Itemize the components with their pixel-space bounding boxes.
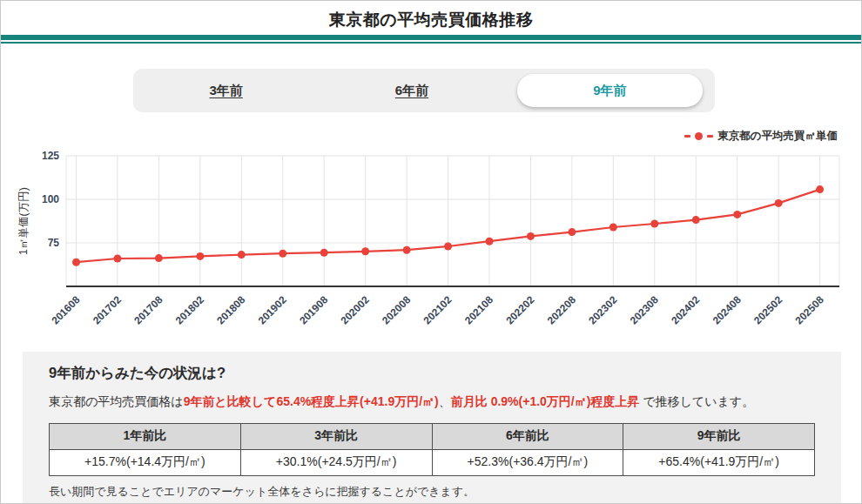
summary-highlight-9y: 9年前と比較して65.4%程度上昇(+41.9万円/㎡) [184,394,439,408]
x-tick-label: 202502 [751,293,785,326]
x-tick-label: 202202 [503,293,536,326]
summary-section: 9年前からみた今の状況は? 東京都の平均売買価格は9年前と比較して65.4%程度… [23,352,841,504]
x-tick-label: 201902 [256,293,289,326]
col-9year-value: +65.4%(+41.9万円/㎡) [623,449,815,475]
x-tick-label: 202508 [793,293,826,326]
divider-thin [1,42,861,44]
price-point [403,246,411,254]
tab-6years-ago[interactable]: 6年前 [319,69,504,112]
summary-note: 長い期間で見ることでエリアのマーケット全体をさらに把握することができます。 [49,484,815,500]
comparison-table: 1年前比 3年前比 6年前比 9年前比 +15.7%(+14.4万円/㎡) +3… [49,423,815,476]
price-point [196,252,204,260]
x-tick-label: 202108 [462,293,495,326]
price-point [816,185,824,193]
col-1year-header: 1年前比 [50,423,241,449]
y-axis-label: 1㎡単価(万円) [17,187,30,255]
price-point [444,243,452,251]
x-tick-label: 201608 [49,293,82,326]
price-point [238,251,246,259]
x-tick-label: 202308 [628,293,661,326]
period-tabbar: 3年前 6年前 9年前 [133,69,715,112]
price-point [568,228,576,236]
page: 東京都の平均売買価格推移 3年前 6年前 9年前 東京都の平均売買㎡単価 751… [0,0,862,504]
col-1year-value: +15.7%(+14.4万円/㎡) [50,449,241,475]
col-3year-value: +30.1%(+24.5万円/㎡) [240,449,432,475]
price-point [279,250,286,258]
price-point [155,254,163,262]
x-tick-label: 202002 [339,293,372,326]
price-point [692,216,700,224]
comparison-value-row: +15.7%(+14.4万円/㎡) +30.1%(+24.5万円/㎡) +52.… [50,449,815,475]
comparison-header-row: 1年前比 3年前比 6年前比 9年前比 [50,423,815,449]
x-tick-label: 201802 [173,293,206,326]
x-tick-label: 201908 [297,293,330,326]
price-point [609,224,617,232]
y-tick-label: 125 [42,150,59,162]
price-point [113,255,121,263]
x-tick-label: 201702 [91,293,124,326]
x-tick-label: 201808 [214,293,247,326]
divider-thick [1,35,861,40]
price-point [650,220,658,228]
y-tick-label: 100 [42,193,59,205]
tab-3years-ago[interactable]: 3年前 [133,69,319,112]
col-9year-header: 9年前比 [623,423,815,449]
x-tick-label: 202302 [586,293,619,326]
col-6year-header: 6年前比 [432,423,623,449]
tab-6years-ago-label: 6年前 [395,83,428,99]
price-point [733,211,741,218]
tab-9years-ago[interactable]: 9年前 [517,74,703,107]
price-point [486,238,494,245]
x-tick-label: 201708 [131,293,165,326]
x-tick-label: 202008 [380,293,413,326]
tab-9years-ago-label: 9年前 [593,83,626,99]
price-point [361,247,369,255]
col-6year-value: +52.3%(+36.4万円/㎡) [432,449,623,475]
x-tick-label: 202408 [710,293,744,326]
price-point [527,232,535,240]
summary-heading: 9年前からみた今の状況は? [49,364,815,383]
page-title: 東京都の平均売買価格推移 [1,9,861,31]
tab-3years-ago-label: 3年前 [209,83,242,99]
x-tick-label: 202402 [669,293,702,326]
col-3year-header: 3年前比 [240,423,432,449]
price-trend-chart: 7510012520160820170220170820180220180820… [1,123,862,332]
price-point [320,249,328,257]
x-tick-label: 202208 [545,293,578,326]
summary-highlight-month: 前月比 0.9%(+1.0万円/㎡)程度上昇 [451,394,640,408]
price-point [72,259,80,266]
summary-text: 東京都の平均売買価格は9年前と比較して65.4%程度上昇(+41.9万円/㎡)、… [49,393,815,411]
y-tick-label: 75 [48,237,60,249]
x-tick-label: 202102 [421,293,454,326]
price-point [775,199,783,207]
